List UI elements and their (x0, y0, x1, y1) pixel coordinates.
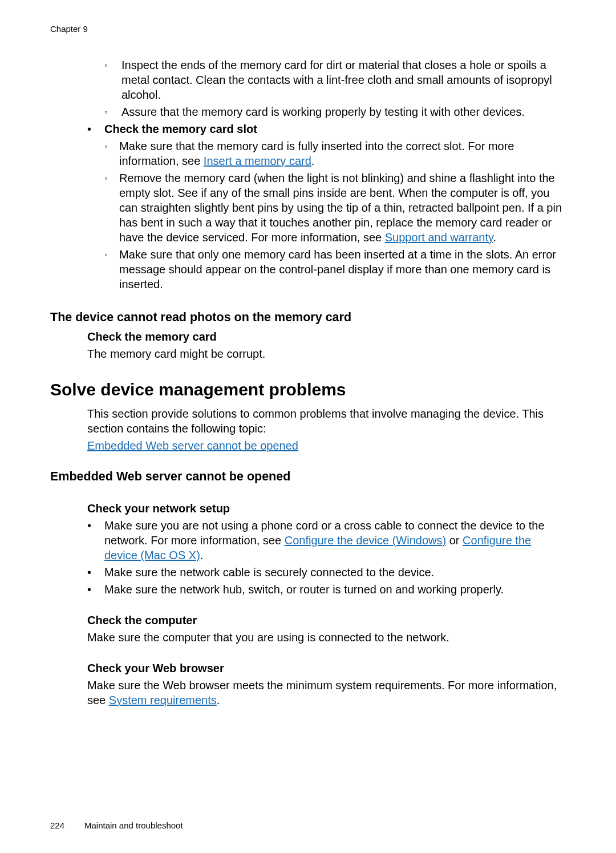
ews-link[interactable]: Embedded Web server cannot be opened (87, 439, 298, 452)
nested-list: ◦ Make sure that the memory card is full… (104, 139, 566, 292)
chapter-label: Chapter 9 (50, 24, 566, 34)
heading-cannot-read: The device cannot read photos on the mem… (50, 310, 566, 326)
bullet-text: Make sure you are not using a phone cord… (104, 518, 566, 563)
bullet-text: Make sure the network hub, switch, or ro… (104, 582, 504, 597)
heading-ews: Embedded Web server cannot be opened (50, 469, 566, 485)
heading-check-card: Check the memory card (87, 329, 566, 344)
footer-title: Maintain and troubleshoot (84, 820, 183, 830)
solve-para: This section provide solutions to common… (87, 406, 566, 436)
list-item: ◦ Make sure that the memory card is full… (104, 139, 566, 168)
insert-memory-card-link[interactable]: Insert a memory card (204, 155, 311, 167)
bullet-marker: ◦ (104, 247, 119, 292)
bullet-marker: • (87, 565, 104, 580)
list-item: • Make sure you are not using a phone co… (87, 518, 566, 563)
network-bullets: • Make sure you are not using a phone co… (87, 518, 566, 597)
check-slot-label: Check the memory card slot (104, 122, 566, 136)
bullet-text: Make sure that the memory card is fully … (119, 139, 566, 168)
heading-solve: Solve device management problems (50, 378, 566, 401)
page-content: ◦ Inspect the ends of the memory card fo… (50, 58, 566, 708)
bullet-marker: • (87, 518, 104, 563)
bullet-text: Inspect the ends of the memory card for … (121, 58, 566, 102)
system-requirements-link[interactable]: System requirements (109, 694, 217, 706)
corrupt-text: The memory card might be corrupt. (87, 346, 566, 361)
bullet-marker: ◦ (104, 58, 121, 102)
list-item: ◦ Make sure that only one memory card ha… (104, 247, 566, 292)
bullet-marker: • (87, 582, 104, 597)
page-footer: 224Maintain and troubleshoot (50, 820, 183, 830)
list-item: ◦ Assure that the memory card is working… (104, 104, 566, 119)
support-warranty-link[interactable]: Support and warranty (385, 231, 493, 244)
list-item: ◦ Inspect the ends of the memory card fo… (104, 58, 566, 102)
list-item: ◦ Remove the memory card (when the light… (104, 171, 566, 245)
bullet-marker: ◦ (104, 104, 121, 119)
bullet-marker: ◦ (104, 171, 119, 245)
heading-check-computer: Check the computer (87, 613, 566, 628)
bullet-marker: • (87, 122, 104, 294)
browser-text: Make sure the Web browser meets the mini… (87, 678, 566, 708)
list-item: • Make sure the network cable is securel… (87, 565, 566, 580)
page-number: 224 (50, 820, 84, 830)
configure-windows-link[interactable]: Configure the device (Windows) (285, 534, 446, 547)
list-item: • Check the memory card slot ◦ Make sure… (87, 122, 566, 294)
bullet-text: Make sure the network cable is securely … (104, 565, 434, 580)
heading-check-browser: Check your Web browser (87, 661, 566, 676)
top-sub-bullets: ◦ Inspect the ends of the memory card fo… (104, 58, 566, 119)
bullet-text: Assure that the memory card is working p… (121, 104, 525, 119)
bullet-marker: ◦ (104, 139, 119, 168)
computer-text: Make sure the computer that you are usin… (87, 630, 566, 645)
bullet-text: Remove the memory card (when the light i… (119, 171, 566, 245)
check-slot-section: • Check the memory card slot ◦ Make sure… (87, 122, 566, 294)
heading-check-network: Check your network setup (87, 501, 566, 516)
list-item: • Make sure the network hub, switch, or … (87, 582, 566, 597)
bullet-text: Make sure that only one memory card has … (119, 247, 566, 292)
